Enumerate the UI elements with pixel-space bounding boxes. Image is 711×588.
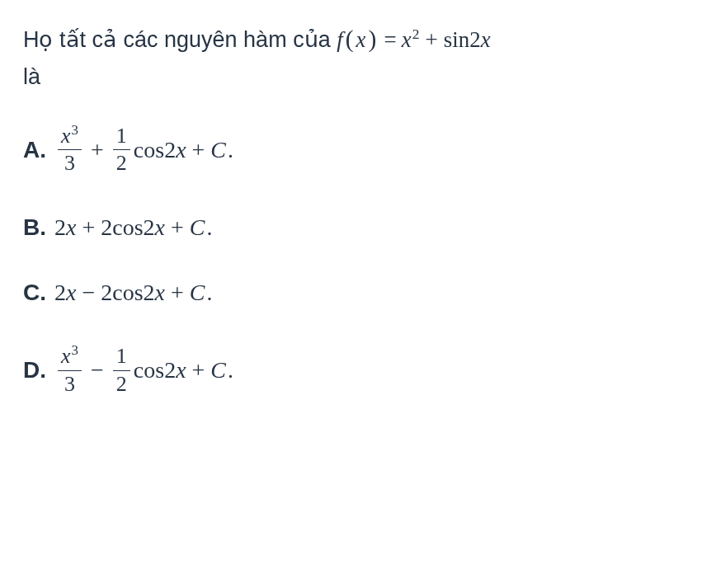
option-label-d: D. (23, 356, 46, 384)
question-prefix: Họ tất cả các nguyên hàm của (23, 27, 337, 52)
option-label-a: A. (23, 136, 46, 164)
option-math-d: x3 3 − 1 2 cos2x + C. (54, 345, 233, 396)
options-list: A. x3 3 + 1 2 cos2x + C. B. 2x + 2cos2x … (23, 125, 688, 397)
option-b[interactable]: B. 2x + 2cos2x + C. (23, 214, 688, 242)
question-suffix: là (23, 64, 40, 89)
option-math-a: x3 3 + 1 2 cos2x + C. (54, 125, 233, 176)
option-math-c: 2x − 2cos2x + C. (54, 279, 212, 307)
question-text: Họ tất cả các nguyên hàm của f(x)=x2+sin… (23, 20, 688, 95)
option-label-b: B. (23, 214, 46, 242)
option-d[interactable]: D. x3 3 − 1 2 cos2x + C. (23, 345, 688, 396)
option-label-c: C. (23, 279, 46, 307)
option-a[interactable]: A. x3 3 + 1 2 cos2x + C. (23, 125, 688, 176)
option-c[interactable]: C. 2x − 2cos2x + C. (23, 279, 688, 307)
option-math-b: 2x + 2cos2x + C. (54, 214, 212, 242)
function-expression: f(x)=x2+sin2x (337, 27, 491, 52)
